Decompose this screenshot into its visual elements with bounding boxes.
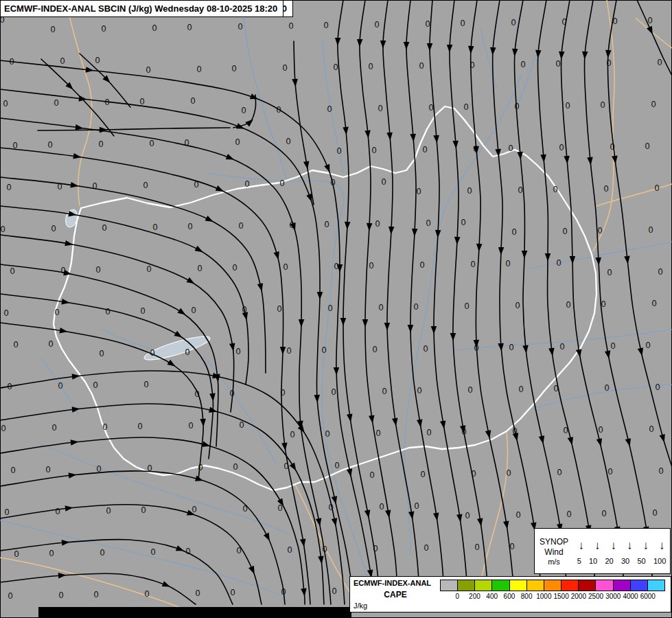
station-value: 0: [414, 501, 419, 511]
station-value: 0: [232, 263, 237, 273]
station-value: 0: [368, 62, 373, 71]
cape-color-cell: [579, 580, 596, 591]
cape-color-cell: [475, 580, 492, 591]
station-value: 0: [604, 383, 610, 393]
wind-legend-scale: ↓↓↓↓↓↓ 510203050100: [573, 529, 670, 573]
station-value: 0: [95, 265, 101, 275]
station-value: 0: [4, 507, 10, 517]
cape-colorbar: [440, 580, 665, 591]
station-value: 0: [324, 220, 329, 229]
station-value: 0: [422, 145, 428, 154]
station-value: 0: [566, 510, 572, 519]
station-value: 0: [238, 221, 244, 231]
station-value: 0: [426, 428, 432, 437]
station-value: 0: [45, 465, 51, 474]
station-value: 0: [375, 219, 380, 229]
station-value: 0: [657, 58, 662, 67]
station-value: 0: [336, 146, 342, 156]
station-value: 0: [557, 468, 562, 477]
station-value: 0: [3, 308, 9, 318]
station-value: 0: [137, 422, 143, 431]
station-value: 0: [321, 345, 327, 355]
station-value: 0: [287, 545, 292, 555]
station-value: 0: [282, 63, 288, 73]
station-value: 0: [191, 306, 196, 315]
station-value: 0: [474, 542, 480, 552]
station-value: 0: [149, 139, 154, 148]
station-value: 0: [423, 344, 428, 354]
station-value: 0: [93, 380, 98, 390]
wind-arrow-icon: ↓: [611, 539, 617, 553]
cape-color-cell: [596, 580, 613, 591]
station-value: 0: [610, 341, 616, 351]
station-value: 0: [460, 19, 465, 28]
station-value: 0: [420, 470, 426, 479]
station-value: 0: [555, 59, 561, 69]
station-value: 0: [655, 382, 660, 392]
station-value: 0: [230, 588, 235, 597]
station-value: 0: [54, 308, 60, 317]
station-value: 0: [3, 99, 8, 108]
cape-legend-scale: 0200400600800100015002000250030004000600…: [439, 577, 671, 612]
station-value: 0: [13, 340, 19, 350]
station-value: 0: [424, 543, 429, 553]
station-value: 0: [379, 502, 384, 512]
station-value: 0: [58, 591, 64, 600]
station-value: 0: [190, 96, 196, 106]
station-value: 0: [606, 58, 612, 68]
station-value: 0: [597, 226, 603, 236]
station-value: 0: [654, 183, 660, 193]
station-value: 0: [95, 56, 100, 65]
station-value: 0: [416, 187, 421, 196]
cape-tick-label: 0: [455, 593, 459, 600]
station-value: 0: [651, 299, 657, 308]
wind-arrow-icon: ↓: [594, 539, 601, 553]
station-value: 0: [195, 588, 200, 598]
cape-color-cell: [544, 580, 561, 591]
station-value: 0: [327, 104, 332, 114]
station-value: 0: [323, 21, 329, 30]
station-value: 0: [369, 470, 375, 480]
station-value: 0: [601, 509, 607, 518]
station-value: 0: [48, 339, 54, 349]
station-value: 0: [55, 507, 60, 516]
wind-legend-arrows: ↓↓↓↓↓↓: [573, 535, 670, 557]
station-value: 0: [187, 23, 192, 32]
station-value: 0: [374, 20, 380, 30]
station-value: 0: [286, 346, 292, 356]
station-value: 0: [325, 429, 330, 439]
station-value: 0: [419, 260, 425, 270]
station-value: 0: [99, 349, 104, 358]
station-value: 0: [425, 19, 430, 29]
station-value: 0: [150, 547, 156, 557]
station-value: 0: [381, 177, 386, 187]
station-value: 0: [14, 549, 19, 559]
cape-legend-title: ECMWF-INDEX-ANAL: [354, 579, 437, 587]
station-value: 0: [467, 385, 473, 395]
station-value: 0: [54, 98, 59, 108]
cape-color-cell: [492, 580, 509, 591]
station-value: 0: [417, 386, 422, 396]
wind-legend-labels: SYNOP Wind m/s: [535, 529, 573, 573]
station-value: 0: [327, 304, 333, 313]
wind-arrow-icon: ↓: [579, 539, 585, 553]
station-value: 0: [50, 25, 56, 34]
station-value: 0: [658, 466, 664, 476]
station-value: 0: [235, 137, 240, 147]
station-value: 0: [463, 102, 469, 112]
weather-map-page: 0000000000000000000000000000000000000000…: [0, 0, 672, 618]
station-value: 0: [419, 61, 424, 71]
station-value: 0: [470, 260, 476, 269]
station-value: 0: [290, 430, 295, 439]
cape-color-cell: [614, 580, 631, 591]
station-value: 0: [372, 345, 378, 354]
cape-color-cell: [527, 580, 544, 591]
wind-speed-label: 100: [653, 557, 666, 565]
station-value: 0: [102, 422, 108, 432]
station-value: 0: [277, 304, 282, 314]
station-value: 0: [645, 341, 651, 350]
station-value: 0: [506, 468, 511, 478]
station-value: 0: [413, 302, 419, 312]
cape-tick-label: 800: [521, 593, 533, 600]
station-value: 0: [518, 385, 524, 394]
